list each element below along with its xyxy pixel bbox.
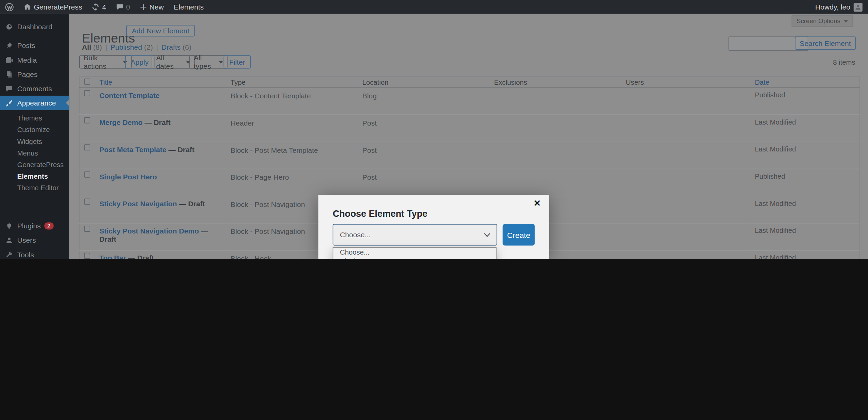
row-checkbox[interactable] <box>84 253 90 259</box>
updates-icon <box>92 3 99 11</box>
column-header-exclusions: Exclusions <box>491 77 623 88</box>
element-title-link[interactable]: Post Meta Template <box>99 145 167 154</box>
location-cell: Post <box>359 115 491 142</box>
wordpress-admin-screen: GeneratePress 4 0 New Elements Howdy, le… <box>0 0 868 259</box>
home-icon <box>24 3 31 11</box>
element-type-option-choose[interactable]: Choose... <box>333 248 496 257</box>
element-title-link[interactable]: Single Post Hero <box>99 173 157 181</box>
wordpress-logo-menu[interactable] <box>0 0 19 14</box>
my-account-menu[interactable]: Howdy, leo <box>815 2 868 11</box>
column-header-users: Users <box>622 77 751 88</box>
element-title-link[interactable]: Sticky Post Navigation <box>99 200 177 208</box>
sidebar-item-tools: Tools <box>0 247 69 259</box>
tools-icon <box>5 251 13 258</box>
users-cell <box>622 223 751 251</box>
element-title-link[interactable]: Top Bar <box>99 254 126 259</box>
row-checkbox[interactable] <box>84 117 90 124</box>
pages-icon <box>5 70 13 78</box>
element-type-select-value: Choose... <box>340 231 371 239</box>
date-cell: Published2021/04/20 at 2:36 pm <box>751 88 859 115</box>
new-menu[interactable]: New <box>135 0 169 14</box>
location-cell: Post <box>359 142 491 169</box>
sidebar-subitem-elements[interactable]: Elements <box>0 171 69 182</box>
element-type-select[interactable]: Choose... <box>333 224 497 245</box>
view-filter-published[interactable]: Published (2) <box>110 43 153 51</box>
element-type-option-block[interactable]: Block <box>333 257 496 259</box>
table-row: Single Post Hero Block - Page Hero Post … <box>79 169 859 196</box>
element-title-link[interactable]: Content Template <box>99 91 160 99</box>
location-cell: Post <box>359 169 491 196</box>
view-filter-drafts[interactable]: Drafts (6) <box>161 43 191 51</box>
select-all-checkbox[interactable] <box>84 78 90 84</box>
comments-count: 0 <box>126 3 130 11</box>
users-icon <box>5 237 13 244</box>
all-types-select[interactable]: All types <box>189 55 228 69</box>
row-checkbox[interactable] <box>84 144 90 150</box>
exclusions-cell <box>491 169 623 196</box>
sidebar-subitem-customize[interactable]: Customize <box>0 125 69 136</box>
type-cell: Block - Hook <box>231 255 272 259</box>
appearance-submenu: ThemesCustomizeWidgetsMenusGeneratePress… <box>0 110 69 198</box>
sidebar-subitem-widgets[interactable]: Widgets <box>0 136 69 148</box>
row-checkbox[interactable] <box>84 172 90 178</box>
sidebar-subitem-generatepress[interactable]: GeneratePress <box>0 159 69 171</box>
admin-sidebar: Dashboard Posts Media Pages Comments App… <box>0 14 69 259</box>
draft-badge: — Draft <box>142 118 170 127</box>
view-filter-all[interactable]: All (8) <box>82 43 102 51</box>
sidebar-subitem-themes[interactable]: Themes <box>0 113 69 125</box>
element-type-dropdown-list: Choose...BlockHookLayoutHeader <box>333 247 497 259</box>
draft-badge: — Draft <box>167 145 195 154</box>
row-checkbox[interactable] <box>84 198 90 205</box>
type-cell: Block - Content Template <box>231 92 311 100</box>
posts-icon <box>5 42 13 49</box>
create-button[interactable]: Create <box>503 224 535 245</box>
search-element-button[interactable]: Search Element <box>795 36 856 50</box>
comment-bubble-icon <box>116 3 123 11</box>
appearance-icon <box>5 99 13 107</box>
sidebar-subitem-menus[interactable]: Menus <box>0 148 69 159</box>
plugins-update-badge: 2 <box>44 222 53 229</box>
date-cell: Last Modified2021/05/12 at 7:04 pm <box>751 196 859 223</box>
dashboard-icon <box>5 23 13 30</box>
table-header: TitleTypeLocationExclusionsUsersDate <box>79 77 859 88</box>
sidebar-item-dashboard: Dashboard <box>0 19 69 34</box>
updates-count: 4 <box>102 3 106 11</box>
column-header-date: Date <box>751 77 859 88</box>
bulk-actions-select[interactable]: Bulk actions <box>79 55 131 69</box>
chevron-down-icon <box>484 233 491 237</box>
updates-menu[interactable]: 4 <box>87 0 111 14</box>
element-title-link[interactable]: Merge Demo <box>99 118 143 127</box>
column-header-type: Type <box>227 77 359 88</box>
table-row: Merge Demo — Draft Header Post Last Modi… <box>79 115 859 142</box>
all-dates-select[interactable]: All dates <box>152 55 195 69</box>
new-label: New <box>150 3 164 11</box>
filter-button[interactable]: Filter <box>224 55 251 69</box>
header-row: TitleTypeLocationExclusionsUsersDate <box>79 77 859 88</box>
plugins-icon <box>5 222 13 229</box>
column-header-location: Location <box>359 77 491 88</box>
sidebar-subitem-theme-editor[interactable]: Theme Editor <box>0 182 69 194</box>
exclusions-cell <box>491 88 623 115</box>
comments-menu[interactable]: 0 <box>111 0 135 14</box>
site-name: GeneratePress <box>34 3 82 11</box>
row-checkbox[interactable] <box>84 226 90 232</box>
element-title-link[interactable]: Sticky Post Navigation Demo <box>99 227 199 235</box>
add-new-element-button[interactable]: Add New Element <box>126 25 195 36</box>
row-checkbox[interactable] <box>84 90 90 96</box>
chevron-down-icon <box>219 61 223 63</box>
apply-button[interactable]: Apply <box>125 55 154 69</box>
close-icon[interactable]: ✕ <box>533 199 541 208</box>
sidebar-item-appearance: Appearance ThemesCustomizeWidgetsMenusGe… <box>0 96 69 198</box>
users-cell <box>622 88 751 115</box>
site-menu[interactable]: GeneratePress <box>19 0 87 14</box>
comments-icon <box>5 85 13 92</box>
date-cell: Last Modified2021/04/22 at 2:32 am <box>751 142 859 169</box>
type-cell: Header <box>231 119 254 127</box>
plus-icon <box>140 4 147 11</box>
admin-bar-current-page[interactable]: Elements <box>169 0 208 14</box>
users-cell <box>622 115 751 142</box>
exclusions-cell <box>491 142 623 169</box>
type-cell: Block - Post Meta Template <box>231 146 318 154</box>
screen-options-button[interactable]: Screen Options <box>791 16 853 27</box>
sidebar-item-users: Users <box>0 233 69 247</box>
